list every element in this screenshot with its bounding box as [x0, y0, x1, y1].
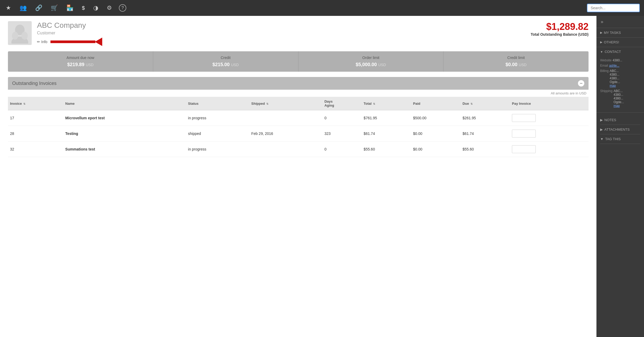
stat-order-limit: Order limit $5,000.00 USD	[298, 51, 444, 72]
cell-days-17: 0	[322, 110, 361, 126]
balance-amount: $1,289.82	[531, 21, 589, 32]
cell-status-17: in progress	[186, 110, 249, 126]
caret-icon-contact: ▼	[600, 50, 603, 53]
link-icon[interactable]: 🔗	[34, 3, 44, 13]
my-tasks-label: MY TASKS	[604, 31, 621, 35]
stat-amount-due: Amount due now $219.89 USD	[8, 51, 153, 72]
stat-amount-due-label: Amount due now	[13, 56, 148, 60]
sidebar-others: ▶ OTHERS!	[596, 38, 644, 47]
table-row: 17 Microvellum eport test in progress 0 …	[8, 110, 589, 126]
sort-icon-shipped[interactable]: ⇅	[266, 102, 268, 105]
sidebar-bottom: ▶ NOTES ▶ ATTACHMENTS ▼ TAG THIS	[596, 113, 644, 147]
cell-pay-32[interactable]	[510, 142, 589, 157]
sidebar-others-header[interactable]: ▶ OTHERS!	[596, 38, 644, 47]
pay-input-28[interactable]	[512, 130, 536, 138]
sidebar-my-tasks-header[interactable]: ▶ MY TASKS	[596, 28, 644, 37]
email-value[interactable]: ashle...	[609, 64, 619, 67]
avatar	[8, 21, 32, 45]
sidebar-contact-header[interactable]: ▼ CONTACT	[596, 47, 644, 56]
cell-shipped-32	[249, 142, 322, 157]
caret-tag: ▼	[600, 137, 604, 141]
table-header-row: Invoice ⇅ Name Status Shipped ⇅ DaysAgin…	[8, 97, 589, 110]
store-icon[interactable]: 🏪	[65, 3, 75, 13]
stat-amount-due-value: $219.89 USD	[13, 62, 148, 67]
col-status: Status	[186, 97, 249, 110]
collapse-button[interactable]: −	[578, 80, 584, 86]
stat-credit-value: $215.00 USD	[158, 62, 293, 67]
dollar-icon[interactable]: $	[80, 3, 86, 13]
sort-icon-total[interactable]: ⇅	[373, 102, 375, 105]
email-label: Email	[600, 64, 608, 67]
info-label: Info	[41, 40, 47, 44]
sidebar-attachments[interactable]: ▶ ATTACHMENTS	[600, 125, 640, 134]
help-icon[interactable]: ?	[119, 4, 126, 12]
cell-shipped-28: Feb 29, 2016	[249, 126, 322, 142]
cell-status-28: shipped	[186, 126, 249, 142]
gear-icon[interactable]: ⚙	[105, 3, 114, 13]
contact-label: CONTACT	[605, 50, 621, 54]
shipping-label: Shipping	[600, 89, 613, 108]
cell-due-28: $61.74	[460, 126, 510, 142]
sort-icon-due[interactable]: ⇅	[470, 102, 473, 105]
cell-status-32: in progress	[186, 142, 249, 157]
main-layout: ABC Company Customer ✏ Info $1,289.82	[0, 16, 644, 337]
search-input[interactable]	[587, 4, 640, 12]
star-icon[interactable]: ★	[4, 3, 13, 13]
info-arrow	[50, 38, 102, 46]
pay-input-32[interactable]	[512, 145, 536, 153]
arrow-line	[50, 40, 95, 43]
sidebar-email-field: Email ashle...	[600, 64, 640, 67]
cell-total-28: $61.74	[362, 126, 411, 142]
shipping-map-link[interactable]: map	[614, 104, 624, 108]
cell-invoice-32: 32	[8, 142, 63, 157]
cell-paid-28: $0.00	[411, 126, 460, 142]
info-link[interactable]: ✏ Info	[37, 40, 47, 44]
billing-map-link[interactable]: map	[610, 84, 620, 88]
invoice-table: Invoice ⇅ Name Status Shipped ⇅ DaysAgin…	[8, 97, 589, 157]
customer-name: ABC Company	[37, 21, 531, 30]
invoices-title: Outstanding Invoices	[12, 81, 57, 86]
notes-label: NOTES	[604, 118, 616, 122]
cell-pay-28[interactable]	[510, 126, 589, 142]
stat-credit-limit-label: Credit limit	[449, 56, 583, 60]
cell-total-17: $761.95	[362, 110, 411, 126]
pay-input-17[interactable]	[512, 114, 536, 122]
cell-shipped-17	[249, 110, 322, 126]
arrow-head	[95, 38, 102, 46]
sidebar-tag-this[interactable]: ▼ TAG THIS	[600, 134, 640, 144]
col-days-aging: DaysAging	[322, 97, 361, 110]
sidebar-collapse-btn[interactable]: »	[596, 16, 644, 28]
invoices-section-header: Outstanding Invoices −	[8, 77, 589, 90]
cell-invoice-17: 17	[8, 110, 63, 126]
sidebar-contact: ▼ CONTACT Website 4380... Email ashle...…	[596, 47, 644, 113]
customer-info: ABC Company Customer ✏ Info	[37, 21, 531, 46]
col-total: Total ⇅	[362, 97, 411, 110]
currency-note: All amounts are in USD	[8, 90, 589, 97]
cell-paid-32: $0.00	[411, 142, 460, 157]
cell-days-28: 323	[322, 126, 361, 142]
cell-name-32: Summations test	[63, 142, 186, 157]
col-invoice: Invoice ⇅	[8, 97, 63, 110]
cell-name-28: Testing	[63, 126, 186, 142]
sort-icon-invoice[interactable]: ⇅	[23, 102, 25, 105]
chart-icon[interactable]: ◑	[92, 3, 100, 13]
cell-due-32: $55.60	[460, 142, 510, 157]
sidebar-shipping-field: Shipping ABC... 4380... 4380... Ogde... …	[600, 89, 640, 108]
table-row: 28 Testing shipped Feb 29, 2016 323 $61.…	[8, 126, 589, 142]
sidebar-website-field: Website 4380...	[600, 58, 640, 62]
website-label: Website	[600, 58, 612, 62]
cell-invoice-28: 28	[8, 126, 63, 142]
users-icon[interactable]: 👥	[18, 3, 28, 13]
cart-icon[interactable]: 🛒	[49, 3, 59, 13]
caret-icon: ▶	[600, 31, 602, 34]
right-sidebar: » ▶ MY TASKS ▶ OTHERS! ▼ CONTACT Website…	[596, 16, 644, 337]
svg-point-2	[12, 32, 18, 40]
tag-this-label: TAG THIS	[605, 137, 621, 141]
cell-pay-17[interactable]	[510, 110, 589, 126]
col-paid: Paid	[411, 97, 460, 110]
caret-notes: ▶	[600, 118, 603, 122]
col-pay-invoice: Pay Invoice	[510, 97, 589, 110]
table-row: 32 Summations test in progress 0 $55.60 …	[8, 142, 589, 157]
invoices-section: Outstanding Invoices − All amounts are i…	[8, 77, 589, 157]
sidebar-notes[interactable]: ▶ NOTES	[600, 115, 640, 125]
